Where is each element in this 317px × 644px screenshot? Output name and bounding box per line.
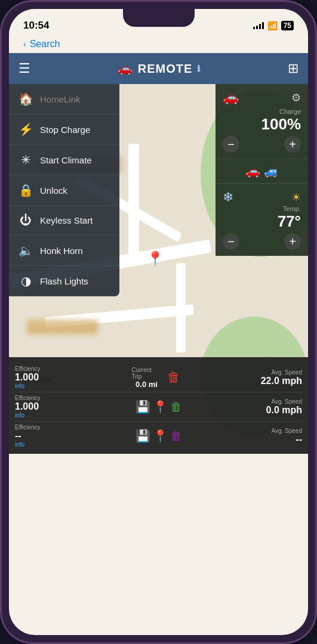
save-icon-3[interactable]: 💾 <box>136 429 150 443</box>
battery-indicator: 75 <box>281 21 294 30</box>
temp-decrease-button[interactable]: − <box>223 233 239 250</box>
trash-icon-3[interactable]: 🗑 <box>170 429 182 443</box>
menu-item-flash-lights[interactable]: ◑ Flash Lights <box>9 266 119 296</box>
stats-panel: Efficiency 1.000 info Current Trip 0.0 m… <box>9 357 308 454</box>
efficiency-label-3: Efficiency <box>15 424 136 431</box>
map-area[interactable]: 📍 🏠 HomeLink ⚡ Stop Charge ✳ Start Clima… <box>9 84 308 454</box>
efficiency-info-2[interactable]: info <box>15 412 136 419</box>
menu-item-homelink[interactable]: 🏠 HomeLink <box>9 84 119 114</box>
main-content: 📍 🏠 HomeLink ⚡ Stop Charge ✳ Start Clima… <box>9 84 308 633</box>
temp-controls: − + <box>223 233 301 250</box>
status-time: 10:54 <box>23 20 49 32</box>
delete-trip-icon-1[interactable]: 🗑 <box>167 370 180 385</box>
avg-label-3: Avg. Speed <box>182 428 303 434</box>
hamburger-menu-icon[interactable]: ☰ <box>19 61 30 76</box>
signal-bars <box>253 22 264 29</box>
header-title: 🚗 REMOTE ℹ <box>118 61 201 76</box>
menu-item-start-climate[interactable]: ✳ Start Climate <box>9 145 119 175</box>
lights-icon: ◑ <box>19 274 33 288</box>
avg-label-2: Avg. Speed <box>182 398 303 405</box>
charge-increase-button[interactable]: + <box>284 136 301 153</box>
road-vert-1 <box>128 144 139 263</box>
menu-item-unlock[interactable]: 🔒 Unlock <box>9 175 119 206</box>
location-icon-2[interactable]: 📍 <box>153 400 168 414</box>
avg-value-3: -- <box>182 434 303 445</box>
phone-frame: 10:54 📶 75 ‹ Search ☰ 🚗 RE <box>0 0 317 644</box>
app-header: ☰ 🚗 REMOTE ℹ ⊞ <box>9 53 308 84</box>
horn-icon: 🔈 <box>19 243 33 258</box>
stat-avg-2: Avg. Speed 0.0 mph <box>182 398 303 416</box>
blurred-address-2 <box>27 320 99 335</box>
menu-item-honk-horn[interactable]: 🔈 Honk Horn <box>9 236 119 266</box>
header-car-icon: 🚗 <box>118 61 133 76</box>
notch <box>123 9 195 27</box>
climate-section: ❄ ☀ Temp. 77° − + <box>216 184 308 256</box>
power-icon: ⏻ <box>19 213 33 227</box>
temp-value: 77° <box>223 212 301 231</box>
stats-row-3: Efficiency -- info 💾 📍 🗑 Avg. Speed -- <box>15 422 302 450</box>
location-icon-3[interactable]: 📍 <box>153 429 168 443</box>
snowflake-icon: ❄ <box>223 190 233 205</box>
efficiency-info-1[interactable]: info <box>15 383 132 389</box>
trash-icon-2[interactable]: 🗑 <box>170 400 182 414</box>
menu-item-honk-horn-label: Honk Horn <box>40 246 83 256</box>
efficiency-value-2: 1.000 <box>15 401 136 412</box>
lightning-icon: ⚡ <box>19 122 33 137</box>
back-label[interactable]: Search <box>30 39 60 49</box>
temp-label: Temp. <box>223 205 301 212</box>
trip-value-1: 0.0 mi <box>136 380 158 389</box>
avg-value-1: 22.0 mph <box>186 376 303 386</box>
layers-icon[interactable]: ⊞ <box>288 61 298 76</box>
panel-car-icon: 🚗 <box>223 90 239 106</box>
stats-row-2: Efficiency 1.000 info 💾 📍 🗑 Avg. Speed 0… <box>15 392 302 422</box>
fan-icon: ✳ <box>19 153 33 167</box>
car-pair-icons: 🚗 🚙 <box>223 164 301 178</box>
car-pair-section: 🚗 🚙 <box>216 159 308 184</box>
stat-avg-3: Avg. Speed -- <box>182 428 303 445</box>
panel-gear-icon[interactable]: ⚙ <box>291 91 301 104</box>
menu-item-start-climate-label: Start Climate <box>40 155 92 165</box>
stat-efficiency-1: Efficiency 1.000 info <box>15 366 132 389</box>
efficiency-label-2: Efficiency <box>15 395 136 401</box>
menu-item-flash-lights-label: Flash Lights <box>40 276 88 286</box>
menu-item-stop-charge-label: Stop Charge <box>40 125 90 135</box>
efficiency-info-3[interactable]: info <box>15 441 136 448</box>
charge-section: 🚗 ⚙ Charge 100% − + <box>216 84 308 159</box>
header-info-icon[interactable]: ℹ <box>197 64 201 73</box>
climate-icon-row: ❄ ☀ <box>223 190 301 205</box>
search-back-nav[interactable]: ‹ Search <box>9 38 308 53</box>
map-location-pin: 📍 <box>146 250 164 267</box>
trip-label-1: Current Trip <box>132 367 162 380</box>
charge-controls: − + <box>223 136 301 153</box>
left-menu: 🏠 HomeLink ⚡ Stop Charge ✳ Start Climate… <box>9 84 119 296</box>
save-icon-2[interactable]: 💾 <box>136 400 150 414</box>
stat-efficiency-2: Efficiency 1.000 info <box>15 395 136 419</box>
stat-avg-1: Avg. Speed 22.0 mph <box>186 369 303 386</box>
temp-increase-button[interactable]: + <box>284 233 301 250</box>
stat-trip-1: Current Trip 0.0 mi <box>132 367 162 389</box>
charge-value: 100% <box>223 115 301 134</box>
wifi-icon: 📶 <box>267 21 278 30</box>
charge-decrease-button[interactable]: − <box>223 136 239 153</box>
charge-label: Charge <box>223 108 301 115</box>
back-chevron-icon: ‹ <box>23 39 26 49</box>
menu-item-unlock-label: Unlock <box>40 185 67 196</box>
efficiency-value-3: -- <box>15 431 136 441</box>
menu-item-stop-charge[interactable]: ⚡ Stop Charge <box>9 114 119 145</box>
menu-item-homelink-label: HomeLink <box>40 94 81 104</box>
home-icon: 🏠 <box>19 92 33 106</box>
status-bar: 10:54 📶 75 <box>9 9 308 38</box>
menu-item-keyless-start[interactable]: ⏻ Keyless Start <box>9 206 119 236</box>
status-icons: 📶 75 <box>253 21 294 30</box>
avg-label-1: Avg. Speed <box>186 369 303 376</box>
avg-value-2: 0.0 mph <box>182 405 303 416</box>
stats-row-1: Efficiency 1.000 info Current Trip 0.0 m… <box>15 363 302 392</box>
efficiency-value-1: 1.000 <box>15 372 132 383</box>
lock-icon: 🔒 <box>19 183 33 197</box>
phone-screen: 10:54 📶 75 ‹ Search ☰ 🚗 RE <box>9 9 308 635</box>
car-back-icon: 🚙 <box>264 164 279 178</box>
header-title-text: REMOTE <box>138 62 193 76</box>
stat-efficiency-3: Efficiency -- info <box>15 424 136 448</box>
menu-item-keyless-start-label: Keyless Start <box>40 215 93 225</box>
efficiency-label-1: Efficiency <box>15 366 132 372</box>
